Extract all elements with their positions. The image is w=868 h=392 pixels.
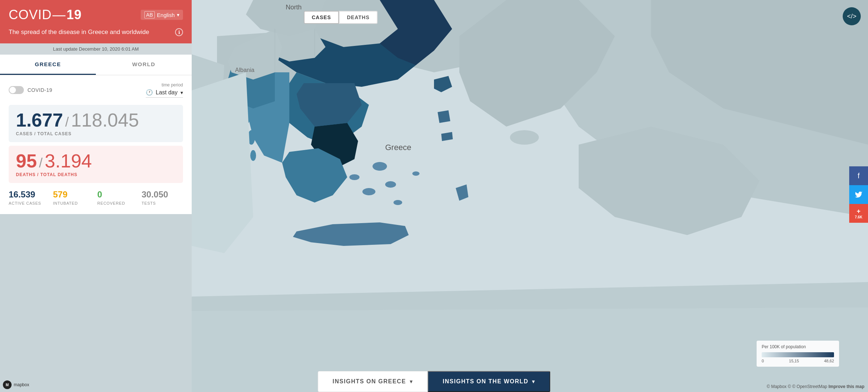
info-icon[interactable]: ℹ (175, 28, 183, 36)
code-button[interactable]: </> (843, 7, 861, 25)
insights-greece-chevron-icon: ▾ (410, 379, 413, 384)
legend-gradient (762, 352, 834, 357)
sidebar: COVID — 19 AB English ▾ The spread of th… (0, 0, 192, 214)
svg-marker-38 (192, 72, 253, 253)
insights-greece-button[interactable]: INSIGHTS ON GREECE ▾ (318, 371, 428, 392)
covid-toggle[interactable] (9, 86, 24, 94)
legend-min: 0 (762, 359, 764, 363)
share-plus-icon: + (857, 208, 861, 215)
tab-greece[interactable]: GREECE (0, 55, 96, 75)
code-icon: </> (847, 13, 856, 20)
osm-copyright: © OpenStreetMap (792, 384, 827, 389)
share-button[interactable]: + 7.6K (849, 204, 868, 223)
twitter-button[interactable] (849, 185, 868, 204)
legend-labels: 0 15,15 48,62 (762, 359, 834, 363)
legend-max: 48,62 (824, 359, 834, 363)
deaths-block: 95 / 3.194 DEATHS / TOTAL DEATHS (9, 146, 183, 183)
app-title: COVID — 19 (9, 7, 82, 22)
mapbox-attribution: M mapbox (3, 380, 29, 389)
greece-map-label: Greece (385, 143, 411, 152)
map-toggle-buttons: CASES DEATHS (304, 11, 378, 24)
insights-world-chevron-icon: ▾ (532, 379, 535, 384)
stats-panel: COVID-19 time period 🕐 Last day ▾ 1.677 … (0, 75, 192, 214)
insights-world-button[interactable]: INSIGHTS ON THE WORLD ▾ (427, 371, 550, 392)
cases-current-value: 1.677 (16, 111, 63, 129)
cases-separator: / (65, 115, 69, 130)
recovered-label: RECOVERED (97, 201, 139, 205)
chevron-down-icon: ▾ (177, 12, 179, 18)
toggle-label: COVID-19 (27, 87, 52, 93)
facebook-icon: f (858, 172, 860, 180)
language-icon: AB (144, 11, 155, 18)
tests-stat: 30.050 TESTS (142, 189, 183, 205)
map-copyright: © Mapbox © © OpenStreetMap Improve this … (767, 384, 864, 389)
intubated-stat: 579 INTUBATED (53, 189, 95, 205)
svg-point-23 (349, 174, 359, 180)
header-panel: COVID — 19 AB English ▾ The spread of th… (0, 0, 192, 43)
map-deaths-button[interactable]: DEATHS (339, 11, 378, 24)
svg-point-24 (412, 171, 420, 176)
svg-point-22 (393, 200, 402, 205)
mapbox-text: mapbox (14, 382, 29, 387)
map-cases-button[interactable]: CASES (304, 11, 339, 24)
time-period-label: time period (146, 82, 183, 88)
share-count: 7.6K (855, 215, 862, 219)
last-update-bar: Last update December 10, 2020 6:01 AM (0, 43, 192, 55)
bottom-buttons: INSIGHTS ON GREECE ▾ INSIGHTS ON THE WOR… (318, 371, 550, 392)
deaths-total-value: 3.194 (45, 152, 92, 170)
recovered-value: 0 (97, 189, 139, 200)
time-period-value: Last day (156, 89, 178, 96)
deaths-separator: / (39, 155, 43, 171)
svg-point-19 (373, 162, 387, 171)
svg-point-27 (250, 150, 256, 161)
social-buttons: f + 7.6K (849, 166, 868, 223)
time-period-dropdown[interactable]: 🕐 Last day ▾ (146, 89, 183, 98)
mapbox-copyright: © Mapbox (767, 384, 787, 389)
deaths-label: DEATHS / TOTAL DEATHS (16, 172, 176, 177)
svg-point-35 (510, 130, 539, 145)
language-selector[interactable]: AB English ▾ (141, 10, 183, 20)
svg-marker-15 (438, 110, 450, 123)
tab-world[interactable]: WORLD (96, 55, 192, 75)
facebook-button[interactable]: f (849, 166, 868, 185)
tests-label: TESTS (142, 201, 183, 205)
intubated-label: INTUBATED (53, 201, 95, 205)
svg-point-20 (385, 181, 396, 188)
insights-world-label: INSIGHTS ON THE WORLD (443, 378, 528, 385)
deaths-current-value: 95 (16, 152, 37, 170)
cases-label: CASES / TOTAL CASES (16, 131, 176, 136)
language-label: English (157, 12, 175, 18)
dropdown-chevron-icon: ▾ (180, 90, 183, 95)
active-cases-value: 16.539 (9, 189, 50, 200)
active-cases-stat: 16.539 ACTIVE CASES (9, 189, 50, 205)
map-legend: Per 100K of population 0 15,15 48,62 (757, 341, 839, 367)
toggle-row: COVID-19 (9, 86, 52, 94)
tabs-row: GREECE WORLD (0, 55, 192, 75)
albania-map-label: Albania (235, 67, 254, 73)
legend-mid: 15,15 (789, 359, 799, 363)
improve-map-link[interactable]: Improve this map (829, 384, 864, 389)
twitter-icon (855, 191, 863, 199)
svg-point-21 (362, 188, 375, 195)
mapbox-logo: M (3, 380, 12, 389)
legend-title: Per 100K of population (762, 344, 834, 349)
tests-value: 30.050 (142, 189, 183, 200)
insights-greece-label: INSIGHTS ON GREECE (333, 378, 406, 385)
cases-total-value: 118.045 (71, 111, 139, 129)
recovered-stat: 0 RECOVERED (97, 189, 139, 205)
title-covid: COVID (9, 7, 52, 22)
active-cases-label: ACTIVE CASES (9, 201, 50, 205)
clock-icon: 🕐 (146, 89, 153, 96)
title-dash: — (52, 7, 66, 22)
title-19: 19 (67, 7, 82, 22)
north-map-label: North (286, 4, 302, 11)
last-update-text: Last update December 10, 2020 6:01 AM (53, 46, 139, 52)
subtitle-text: The spread of the disease in Greece and … (9, 29, 149, 36)
time-period-selector: time period 🕐 Last day ▾ (146, 82, 183, 98)
bottom-stats: 16.539 ACTIVE CASES 579 INTUBATED 0 RECO… (9, 189, 183, 205)
intubated-value: 579 (53, 189, 95, 200)
cases-block: 1.677 / 118.045 CASES / TOTAL CASES (9, 105, 183, 142)
